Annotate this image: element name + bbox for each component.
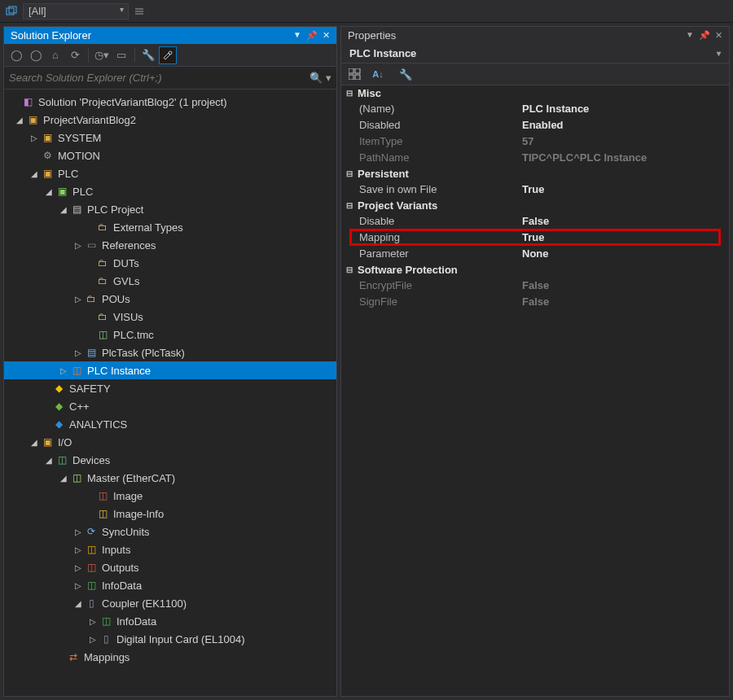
tree-plc-project[interactable]: ◢▤PLC Project	[4, 200, 336, 218]
svg-rect-0	[7, 8, 14, 15]
tree-motion[interactable]: ⚙MOTION	[4, 147, 336, 164]
devices-icon: ◫	[55, 453, 69, 466]
properties-title: Properties ▼ 📌 ✕	[341, 27, 729, 44]
sync-icon[interactable]: ⟳	[66, 46, 84, 64]
tree-io[interactable]: ◢▣I/O	[4, 433, 336, 451]
tree-duts[interactable]: 🗀DUTs	[4, 254, 336, 272]
tree-mappings[interactable]: ⇄Mappings	[4, 648, 336, 666]
tree-coupler[interactable]: ◢▯Coupler (EK1100)	[4, 594, 336, 612]
tree-references[interactable]: ▷▭References	[4, 236, 336, 254]
prop-row[interactable]: ParameterNone	[341, 246, 729, 262]
sync-icon: ⟳	[84, 525, 99, 538]
collapse-icon[interactable]: ▭	[112, 46, 130, 64]
svg-rect-1	[9, 7, 16, 13]
prop-row[interactable]: (Name)PLC Instance	[341, 101, 729, 117]
instance-icon: ◫	[69, 364, 84, 377]
system-icon: ▣	[40, 131, 55, 144]
search-icon[interactable]: 🔍 ▾	[309, 72, 331, 84]
prop-name: Disable	[359, 215, 522, 227]
prop-value: True	[522, 231, 729, 243]
search-row: 🔍 ▾	[4, 67, 336, 90]
tree-master[interactable]: ◢◫Master (EtherCAT)	[4, 469, 336, 487]
search-input[interactable]	[9, 69, 309, 86]
tree-inputs[interactable]: ▷◫Inputs	[4, 540, 336, 558]
prop-row[interactable]: PathNameTIPC^PLC^PLC Instance	[341, 150, 729, 166]
plc-icon: ▣	[40, 167, 55, 180]
tree-analytics[interactable]: ◆ANALYTICS	[4, 415, 336, 433]
prop-category[interactable]: ⊟Project Variants	[341, 198, 729, 213]
prop-name: EncryptFile	[359, 279, 522, 291]
prop-row[interactable]: ItemType57	[341, 133, 729, 150]
tree-image[interactable]: ◫Image	[4, 487, 336, 505]
tree-plctmc[interactable]: ◫PLC.tmc	[4, 326, 336, 343]
tree-visus[interactable]: 🗀VISUs	[4, 308, 336, 326]
tree-solution[interactable]: ◧Solution 'ProjectVariantBlog2' (1 proje…	[4, 93, 336, 111]
svg-rect-7	[355, 68, 360, 73]
outputs-icon: ◫	[84, 561, 99, 574]
tree-cpp[interactable]: ◆C++	[4, 397, 336, 415]
plc-sub-icon: ▣	[55, 185, 69, 198]
tree-syncunits[interactable]: ▷⟳SyncUnits	[4, 523, 336, 540]
combo-extra-icon[interactable]	[132, 3, 148, 20]
references-icon: ▭	[84, 238, 99, 252]
history-icon[interactable]: ◷▾	[93, 46, 111, 64]
prop-row[interactable]: SignFileFalse	[341, 294, 729, 310]
tree-gvls[interactable]: 🗀GVLs	[4, 272, 336, 290]
tree-plc-sub[interactable]: ◢▣PLC	[4, 182, 336, 200]
back-icon[interactable]: ◯	[7, 46, 25, 64]
variant-combo[interactable]: [All]	[23, 3, 129, 20]
prop-category[interactable]: ⊟Misc	[341, 85, 729, 101]
svg-rect-9	[355, 75, 360, 80]
analytics-icon: ◆	[51, 418, 66, 431]
panel-dropdown-icon[interactable]: ▼	[686, 30, 694, 41]
prop-name: Mapping	[359, 231, 522, 243]
forward-icon[interactable]: ◯	[27, 46, 45, 64]
panel-close-icon[interactable]: ✕	[323, 30, 330, 41]
tree-plc[interactable]: ◢▣PLC	[4, 164, 336, 182]
solution-explorer-title: Solution Explorer ▼ 📌 ✕	[4, 27, 336, 44]
prop-category[interactable]: ⊟Persistent	[341, 166, 729, 182]
project-icon: ▣	[25, 113, 40, 126]
panel-pin-icon[interactable]: 📌	[306, 30, 318, 41]
panel-pin-icon[interactable]: 📌	[699, 30, 710, 41]
prop-value: True	[522, 183, 729, 195]
tree-plctask[interactable]: ▷▤PlcTask (PlcTask)	[4, 343, 336, 361]
tree-pous[interactable]: ▷🗀POUs	[4, 290, 336, 308]
tree-devices[interactable]: ◢◫Devices	[4, 451, 336, 469]
prop-row[interactable]: DisabledEnabled	[341, 117, 729, 133]
prop-row[interactable]: Save in own FileTrue	[341, 182, 729, 198]
svg-rect-8	[349, 75, 353, 80]
categorized-icon[interactable]	[346, 66, 364, 82]
prop-category[interactable]: ⊟Software Protection	[341, 262, 729, 278]
solution-explorer-panel: Solution Explorer ▼ 📌 ✕ ◯ ◯ ⌂ ⟳ ◷▾ ▭ 🔧 🔍…	[3, 26, 337, 697]
tree-system[interactable]: ▷▣SYSTEM	[4, 129, 336, 147]
master-icon: ◫	[69, 471, 84, 484]
wrench-icon[interactable]: 🔧	[139, 46, 157, 64]
panel-close-icon[interactable]: ✕	[715, 30, 722, 41]
prop-row[interactable]: DisableFalse	[341, 213, 729, 230]
tree-plc-instance[interactable]: ▷◫PLC Instance	[4, 361, 336, 379]
properties-toolbar: A↓ 🔧	[341, 63, 729, 85]
tree-safety[interactable]: ◆SAFETY	[4, 379, 336, 397]
prop-row[interactable]: EncryptFileFalse	[341, 278, 729, 294]
safety-icon: ◆	[51, 382, 66, 395]
tree-project[interactable]: ◢▣ProjectVariantBlog2	[4, 111, 336, 129]
prop-value: None	[522, 247, 729, 260]
mappings-icon: ⇄	[66, 650, 81, 663]
alphabetical-icon[interactable]: A↓	[369, 66, 387, 82]
properties-object-combo[interactable]: PLC Instance ▾	[341, 44, 729, 63]
folder-icon: 🗀	[95, 274, 110, 287]
properties-icon[interactable]	[159, 46, 177, 64]
tree-infodata[interactable]: ▷◫InfoData	[4, 576, 336, 594]
prop-row[interactable]: MappingTrue	[341, 230, 729, 246]
tree-digital-input[interactable]: ▷▯Digital Input Card (EL1004)	[4, 630, 336, 648]
panel-dropdown-icon[interactable]: ▼	[293, 30, 301, 41]
tree-infodata2[interactable]: ▷◫InfoData	[4, 612, 336, 630]
tree-external-types[interactable]: 🗀External Types	[4, 218, 336, 236]
tree-outputs[interactable]: ▷◫Outputs	[4, 558, 336, 576]
tree-image-info[interactable]: ◫Image-Info	[4, 505, 336, 523]
prop-wrench-icon[interactable]: 🔧	[397, 66, 415, 82]
home-icon[interactable]: ⌂	[46, 46, 64, 64]
tree: ◧Solution 'ProjectVariantBlog2' (1 proje…	[4, 90, 336, 696]
prop-value: False	[522, 295, 729, 308]
